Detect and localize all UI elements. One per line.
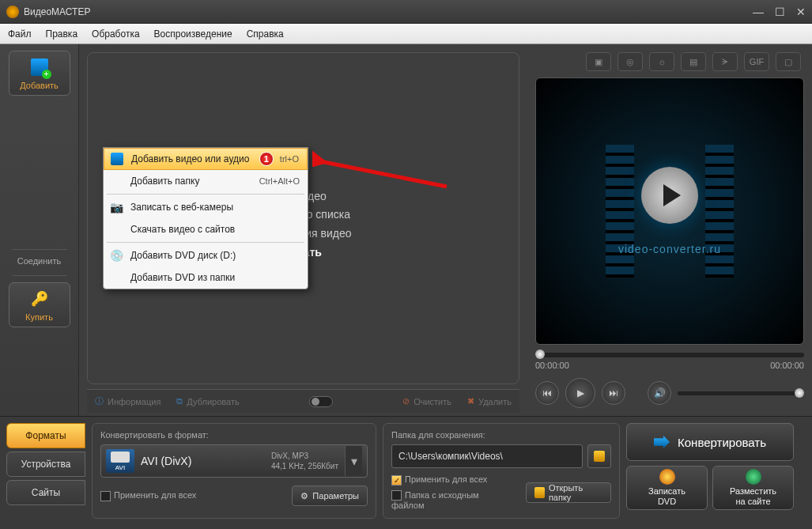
dd-record-webcam[interactable]: 📷 Записать с веб-камеры — [104, 196, 308, 218]
brightness-tool-icon[interactable]: ☼ — [649, 52, 674, 71]
play-button[interactable]: ▶ — [565, 378, 595, 408]
browse-folder-button[interactable] — [587, 444, 611, 468]
apply-all-format-checkbox[interactable]: Применить для всех — [100, 490, 196, 501]
convert-arrow-icon — [654, 436, 670, 448]
dd-add-video-audio[interactable]: Добавить видео или аудио 1 trl+O — [104, 148, 308, 170]
folder-icon — [594, 451, 605, 462]
dvd-disc-icon — [659, 469, 675, 485]
menu-process[interactable]: Обработка — [92, 28, 140, 40]
center-area: ты: пку Добавить для добавления видео жн… — [79, 44, 527, 416]
menu-file[interactable]: Файл — [8, 28, 32, 40]
volume-slider[interactable] — [678, 391, 804, 395]
info-button[interactable]: ⓘИнформация — [95, 395, 161, 407]
chevron-down-icon[interactable]: ▾ — [345, 446, 362, 476]
save-panel: Папка для сохранения: C:\Users\компик\Vi… — [383, 423, 620, 519]
clear-button[interactable]: ⊘Очистить — [402, 396, 451, 406]
video-preview[interactable]: video-converter.ru — [535, 77, 804, 345]
close-button[interactable]: ✕ — [796, 6, 806, 18]
filmstrip-icon — [705, 145, 734, 278]
dd-add-folder[interactable]: Добавить папку Ctrl+Alt+O — [104, 170, 308, 192]
dd-download-sites[interactable]: Скачать видео с сайтов — [104, 218, 308, 240]
play-icon — [641, 167, 698, 224]
tab-sites[interactable]: Сайты — [6, 480, 85, 505]
prev-button[interactable]: ⏮ — [535, 381, 559, 405]
menu-help[interactable]: Справка — [247, 28, 284, 40]
filmstrip-icon — [606, 145, 634, 278]
film-plus-icon: + — [28, 56, 51, 78]
webcam-icon: 📷 — [108, 199, 124, 215]
add-label: Добавить — [20, 81, 59, 90]
sidebar: + Добавить Соединить 🔑 Купить — [0, 44, 79, 416]
seek-slider[interactable] — [535, 353, 804, 357]
app-logo-icon — [6, 6, 19, 18]
view-toggle[interactable] — [309, 396, 333, 407]
duplicate-button[interactable]: ⧉Дублировать — [176, 396, 239, 406]
buy-label: Купить — [25, 312, 53, 322]
open-folder-button[interactable]: Открыть папку — [526, 482, 611, 503]
format-name: AVI (DivX) — [141, 455, 265, 467]
dd-add-dvd-folder[interactable]: Добавить DVD из папки — [104, 266, 308, 289]
source-folder-checkbox[interactable]: Папка с исходным файлом — [391, 490, 504, 511]
titlebar: ВидеоМАСТЕР — ☐ ✕ — [0, 0, 812, 24]
add-dropdown: Добавить видео или аудио 1 trl+O Добавит… — [103, 147, 308, 289]
app-title: ВидеоМАСТЕР — [24, 6, 753, 17]
format-select[interactable]: AVI AVI (DivX) DivX, MP3 44,1 KHz, 256Кб… — [100, 444, 368, 478]
format-header: Конвертировать в формат: — [100, 430, 368, 440]
volume-button[interactable]: 🔊 — [648, 381, 671, 405]
menu-edit[interactable]: Правка — [46, 28, 78, 40]
key-icon: 🔑 — [28, 288, 51, 310]
tab-devices[interactable]: Устройства — [6, 452, 85, 477]
burn-dvd-button[interactable]: ЗаписатьDVD — [626, 466, 708, 510]
avi-icon: AVI — [106, 449, 134, 473]
save-header: Папка для сохранения: — [391, 430, 611, 440]
annotation-badge: 1 — [259, 152, 274, 166]
crop-tool-icon[interactable]: ▣ — [586, 52, 611, 71]
tab-formats[interactable]: Форматы — [6, 423, 85, 448]
publish-web-button[interactable]: Разместитьна сайте — [712, 466, 794, 510]
effects-tool-icon[interactable]: ◎ — [617, 52, 643, 71]
bottom-panel: Форматы Устройства Сайты Конвертировать … — [0, 416, 812, 525]
screenshot-tool-icon[interactable]: ▢ — [776, 52, 801, 71]
trim-tool-icon[interactable]: ▤ — [681, 52, 706, 71]
preview-pane: ▣ ◎ ☼ ▤ ᗒ GIF ▢ video-converter.ru 00:00… — [527, 44, 812, 416]
speed-tool-icon[interactable]: ᗒ — [712, 52, 738, 71]
center-toolbar: ⓘИнформация ⧉Дублировать ⊘Очистить ✖Удал… — [87, 389, 519, 413]
dvd-icon: 💿 — [108, 247, 124, 263]
next-button[interactable]: ⏭ — [602, 381, 625, 405]
buy-button[interactable]: 🔑 Купить — [9, 282, 70, 327]
apply-all-save-checkbox[interactable]: Применить для всех — [391, 474, 504, 486]
menu-playback[interactable]: Воспроизведение — [154, 28, 232, 40]
parameters-button[interactable]: ⚙Параметры — [292, 486, 368, 506]
folder-icon — [534, 487, 545, 498]
join-label: Соединить — [17, 256, 62, 266]
dd-add-dvd-disc[interactable]: 💿 Добавить DVD диск (D:) — [104, 244, 308, 266]
format-panel: Конвертировать в формат: AVI AVI (DivX) … — [92, 423, 376, 519]
time-total: 00:00:00 — [770, 361, 804, 370]
film-plus-icon — [109, 151, 125, 167]
add-button[interactable]: + Добавить — [9, 51, 70, 96]
minimize-button[interactable]: — — [753, 6, 764, 18]
menubar: Файл Правка Обработка Воспроизведение Сп… — [0, 24, 812, 44]
delete-button[interactable]: ✖Удалить — [467, 396, 512, 406]
save-path-input[interactable]: C:\Users\компик\Videos\ — [391, 444, 583, 468]
gear-icon: ⚙ — [300, 491, 308, 501]
convert-button[interactable]: Конвертировать — [626, 423, 794, 461]
globe-icon — [746, 469, 761, 485]
brand-text: video-converter.ru — [618, 243, 721, 255]
gif-tool[interactable]: GIF — [744, 52, 769, 71]
time-current: 00:00:00 — [535, 361, 569, 370]
maximize-button[interactable]: ☐ — [775, 6, 785, 18]
